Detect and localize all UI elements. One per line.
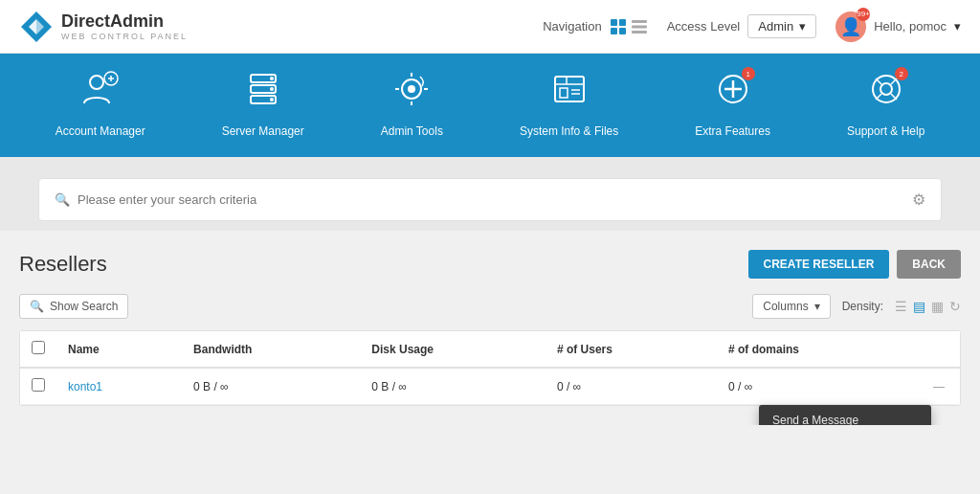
density-icons: ☰ ▤ ▦ ↻ — [895, 299, 961, 314]
show-search-label: Show Search — [50, 300, 118, 313]
col-bandwidth: Bandwidth — [182, 331, 360, 368]
row-checkbox-cell — [20, 368, 56, 405]
extra-features-badge: 1 — [742, 67, 755, 80]
refresh-icon[interactable]: ↻ — [949, 299, 961, 314]
resellers-table-wrapper: Name Bandwidth Disk Usage # of Users # o… — [19, 330, 961, 406]
col-actions — [922, 331, 960, 368]
logo-area: DirectAdmin web control panel — [19, 10, 188, 44]
svg-rect-25 — [560, 88, 568, 98]
svg-point-18 — [270, 87, 274, 91]
brand-sub: web control panel — [61, 32, 188, 41]
server-manager-icon — [243, 69, 283, 117]
col-disk-usage: Disk Usage — [360, 331, 546, 368]
right-controls: Columns ▾ Density: ☰ ▤ ▦ ↻ — [752, 294, 961, 319]
create-reseller-button[interactable]: CREATE RESELLER — [748, 250, 890, 279]
header-buttons: CREATE RESELLER BACK — [748, 250, 961, 279]
columns-chevron-icon: ▾ — [814, 300, 820, 313]
user-greeting: Hello, pomoc — [874, 19, 947, 34]
page-header: Resellers CREATE RESELLER BACK — [19, 250, 961, 279]
support-help-icon: 2 — [866, 69, 906, 117]
access-label: Access Level — [667, 19, 741, 34]
svg-point-32 — [880, 83, 892, 95]
search-bar: 🔍 ⚙ — [38, 178, 942, 221]
col-domains: # of domains — [717, 331, 922, 368]
resellers-table: Name Bandwidth Disk Usage # of Users # o… — [20, 331, 960, 405]
nav-label-system-info: System Info & Files — [520, 124, 618, 138]
table-controls: 🔍 Show Search Columns ▾ Density: ☰ ▤ ▦ ↻ — [19, 294, 961, 319]
columns-label: Columns — [763, 300, 808, 313]
nav-label-account-manager: Account Manager — [56, 124, 145, 138]
svg-rect-9 — [632, 31, 647, 34]
svg-point-17 — [270, 77, 274, 80]
row-checkbox[interactable] — [32, 378, 45, 392]
row-disk-usage-cell: 0 B / ∞ — [360, 368, 546, 405]
density-label: Density: — [842, 300, 883, 313]
back-button[interactable]: BACK — [897, 250, 961, 279]
columns-button[interactable]: Columns ▾ — [752, 294, 830, 319]
select-all-checkbox[interactable] — [32, 341, 45, 354]
svg-rect-5 — [611, 28, 617, 34]
user-section[interactable]: 👤 99+ Hello, pomoc ▾ — [835, 11, 961, 42]
nav-item-server-manager[interactable]: Server Manager — [184, 69, 343, 138]
access-value: Admin — [758, 19, 793, 34]
svg-line-33 — [876, 79, 881, 84]
admin-tools-icon — [391, 69, 432, 117]
svg-rect-8 — [632, 25, 647, 28]
access-dropdown[interactable]: Admin ▾ — [747, 14, 816, 38]
row-bandwidth-cell: 0 B / ∞ — [182, 368, 360, 405]
nav-label-server-manager: Server Manager — [222, 124, 304, 138]
col-users: # of Users — [546, 331, 717, 368]
nav-item-admin-tools[interactable]: Admin Tools — [343, 69, 481, 138]
avatar: 👤 99+ — [835, 11, 866, 42]
svg-point-21 — [408, 85, 415, 93]
logo-text: DirectAdmin web control panel — [61, 11, 188, 41]
user-chevron-icon: ▾ — [954, 19, 961, 34]
header-right: Navigation Access Level Admin ▾ � — [543, 11, 961, 42]
search-input[interactable] — [78, 192, 912, 207]
row-domains-cell: 0 / ∞ — [717, 368, 922, 405]
search-gear-icon[interactable]: ⚙ — [912, 191, 925, 209]
svg-rect-4 — [619, 19, 626, 26]
page-title: Resellers — [19, 252, 107, 277]
nav-label-admin-tools: Admin Tools — [381, 124, 443, 138]
support-help-badge: 2 — [895, 67, 908, 80]
system-info-icon — [549, 69, 590, 117]
grid-icon-tiles[interactable] — [610, 18, 627, 35]
density-dense-icon[interactable]: ▦ — [931, 299, 944, 314]
density-rows-icon[interactable]: ☰ — [895, 299, 907, 314]
nav-bar: Account Manager Server Manager — [0, 54, 980, 157]
row-name-cell: konto1 — [56, 368, 182, 405]
show-search-button[interactable]: 🔍 Show Search — [19, 294, 128, 319]
svg-line-35 — [891, 79, 897, 84]
main-header: DirectAdmin web control panel Navigation… — [0, 0, 980, 54]
col-name: Name — [56, 331, 182, 368]
grid-icon-list[interactable] — [631, 18, 648, 35]
menu-send-message[interactable]: Send a Message — [759, 405, 931, 425]
search-icon: 🔍 — [55, 192, 70, 207]
row-users-cell: 0 / ∞ — [546, 368, 717, 405]
nav-item-extra-features[interactable]: 1 Extra Features — [657, 69, 809, 138]
svg-line-36 — [876, 94, 881, 100]
nav-label-support-help: Support & Help — [847, 124, 924, 138]
logo-icon — [19, 10, 54, 44]
row-action-button[interactable]: — — [933, 380, 945, 393]
nav-item-support-help[interactable]: 2 Support & Help — [809, 69, 963, 138]
table-header-row: Name Bandwidth Disk Usage # of Users # o… — [20, 331, 960, 368]
nav-item-system-info[interactable]: System Info & Files — [481, 69, 657, 138]
nav-item-account-manager[interactable]: Account Manager — [17, 69, 184, 138]
extra-features-icon: 1 — [713, 69, 753, 117]
svg-line-34 — [891, 94, 897, 100]
density-compact-icon[interactable]: ▤ — [913, 299, 925, 314]
grid-icons — [610, 18, 648, 35]
main-content: Resellers CREATE RESELLER BACK 🔍 Show Se… — [0, 231, 980, 425]
svg-point-10 — [90, 76, 103, 89]
row-name-link[interactable]: konto1 — [68, 380, 102, 393]
svg-rect-7 — [632, 20, 647, 23]
table-row: konto1 0 B / ∞ 0 B / ∞ 0 / ∞ 0 / ∞ — Sen… — [20, 368, 960, 405]
account-manager-icon — [80, 69, 121, 117]
brand-name: DirectAdmin — [61, 11, 188, 32]
nav-label-extra-features: Extra Features — [695, 124, 770, 138]
nav-label: Navigation — [543, 19, 601, 34]
col-checkbox — [20, 331, 56, 368]
context-menu: Send a Message Suspend Login as konto1 C… — [759, 405, 931, 425]
